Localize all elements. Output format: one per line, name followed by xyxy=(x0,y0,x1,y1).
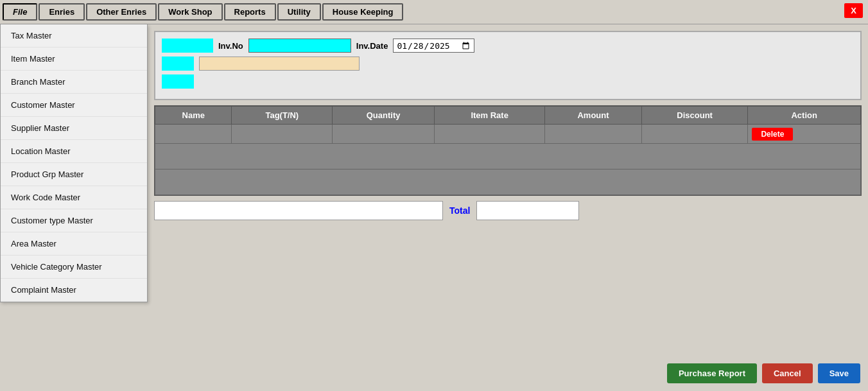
col-discount: Discount xyxy=(641,107,748,125)
tan-input[interactable] xyxy=(199,56,360,71)
table-row-empty-2 xyxy=(155,169,861,195)
form-panel: Inv.No Inv.Date xyxy=(154,31,862,100)
table-row-empty-1 xyxy=(155,144,861,169)
menu-enries[interactable]: Enries xyxy=(39,3,85,21)
menu-utility[interactable]: Utility xyxy=(277,3,321,21)
form-row-3 xyxy=(162,74,854,89)
col-item-rate: Item Rate xyxy=(435,107,545,125)
table-area: Name Tag(T/N) Quantity Item Rate Amount … xyxy=(154,105,862,196)
cell-quantity xyxy=(333,125,435,144)
col-action: Action xyxy=(748,107,861,125)
empty-cell xyxy=(155,144,861,169)
menu-item-product-grp-master[interactable]: Product Grp Master xyxy=(1,163,147,186)
cell-amount xyxy=(545,125,642,144)
menu-item-vehicle-category-master[interactable]: Vehicle Category Master xyxy=(1,256,147,279)
cancel-button[interactable]: Cancel xyxy=(762,363,813,383)
footer-buttons: Purchase Report Cancel Save xyxy=(667,363,860,383)
menu-house-keeping[interactable]: House Keeping xyxy=(322,3,404,21)
col-quantity: Quantity xyxy=(333,107,435,125)
menu-item-work-code-master[interactable]: Work Code Master xyxy=(1,186,147,209)
menu-item-complaint-master[interactable]: Complaint Master xyxy=(1,279,147,302)
cyan-box-2 xyxy=(162,56,194,71)
supplier-cyan-box xyxy=(162,39,213,53)
menu-item-customer-master[interactable]: Customer Master xyxy=(1,94,147,117)
form-row-2 xyxy=(162,56,854,71)
empty-cell-2 xyxy=(155,169,861,195)
inv-no-input[interactable] xyxy=(248,39,351,53)
menu-item-branch-master[interactable]: Branch Master xyxy=(1,71,147,94)
cell-action: Delete xyxy=(748,125,861,144)
cyan-box-3 xyxy=(162,74,194,89)
menu-item-item-master[interactable]: Item Master xyxy=(1,48,147,71)
menubar: File Enries Other Enries Work Shop Repor… xyxy=(0,0,868,24)
remarks-input[interactable] xyxy=(154,201,443,220)
menu-reports[interactable]: Reports xyxy=(224,3,276,21)
menu-item-supplier-master[interactable]: Supplier Master xyxy=(1,117,147,140)
menu-item-tax-master[interactable]: Tax Master xyxy=(1,24,147,48)
col-name: Name xyxy=(155,107,232,125)
total-input[interactable] xyxy=(476,201,579,220)
table-row: Delete xyxy=(155,125,861,144)
cell-name xyxy=(155,125,232,144)
col-tag: Tag(T/N) xyxy=(232,107,333,125)
cell-discount xyxy=(641,125,748,144)
menu-work-shop[interactable]: Work Shop xyxy=(158,3,222,21)
menu-other-enries[interactable]: Other Enries xyxy=(86,3,157,21)
close-button[interactable]: X xyxy=(844,3,863,18)
menu-item-customer-type-master[interactable]: Customer type Master xyxy=(1,209,147,232)
inv-date-label: Inv.Date xyxy=(356,41,388,51)
cell-item-rate xyxy=(435,125,545,144)
delete-button[interactable]: Delete xyxy=(752,128,793,141)
col-amount: Amount xyxy=(545,107,642,125)
items-table: Name Tag(T/N) Quantity Item Rate Amount … xyxy=(155,106,861,195)
purchase-report-button[interactable]: Purchase Report xyxy=(667,363,757,383)
total-label: Total xyxy=(449,205,470,216)
file-dropdown-menu: Tax Master Item Master Branch Master Cus… xyxy=(0,24,148,302)
save-button[interactable]: Save xyxy=(818,363,860,383)
menu-item-location-master[interactable]: Location Master xyxy=(1,140,147,163)
inv-date-input[interactable] xyxy=(393,39,474,53)
bottom-row: Total xyxy=(154,201,862,220)
table-header-row: Name Tag(T/N) Quantity Item Rate Amount … xyxy=(155,107,861,125)
menu-item-area-master[interactable]: Area Master xyxy=(1,232,147,256)
inv-no-label: Inv.No xyxy=(218,41,243,51)
main-content: Inv.No Inv.Date Name Tag(T/N) Quantity I… xyxy=(148,24,868,391)
menu-file[interactable]: File xyxy=(3,3,37,21)
form-row-1: Inv.No Inv.Date xyxy=(162,39,854,53)
cell-tag xyxy=(232,125,333,144)
